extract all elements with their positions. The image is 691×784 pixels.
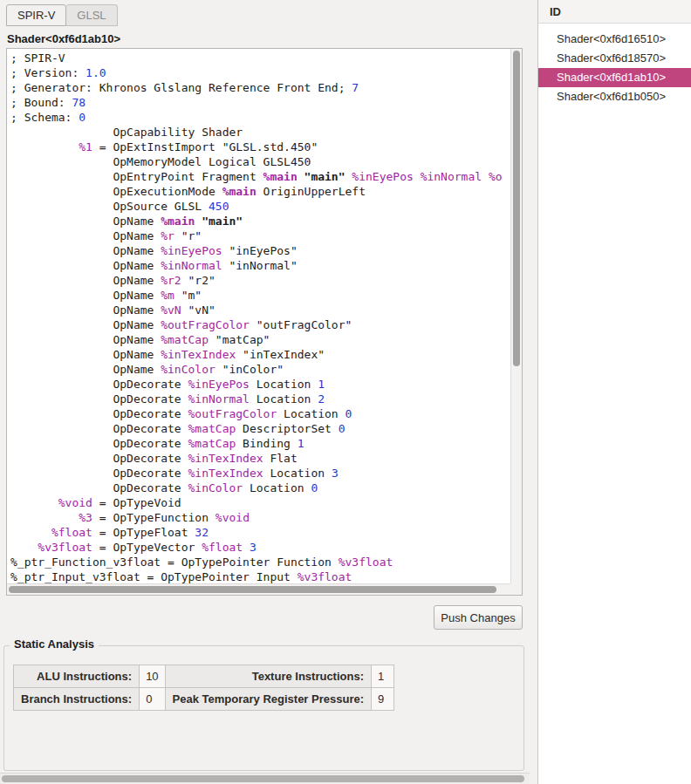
code-editor[interactable]: ; SPIR-V; Version: 1.0; Generator: Khron… (7, 49, 510, 583)
analysis-label: ALU Instructions: (14, 665, 140, 688)
shader-list: Shader<0xf6d16510>Shader<0xf6d18570>Shad… (538, 24, 691, 106)
shader-editor-pane: SPIR-VGLSL Shader<0xf6d1ab10> ; SPIR-V; … (0, 0, 530, 784)
code-line: %float = OpTypeFloat 32 (10, 525, 507, 540)
code-frame: ; SPIR-V; Version: 1.0; Generator: Khron… (6, 48, 523, 596)
pane-horizontal-scrollbar-thumb[interactable] (2, 775, 524, 782)
code-line: %1 = OpExtInstImport "GLSL.std.450" (10, 140, 507, 154)
code-line: OpName %m "m" (10, 288, 507, 303)
code-line: %_ptr_Input_v3float = OpTypePointer Inpu… (10, 569, 507, 583)
app-window: SPIR-VGLSL Shader<0xf6d1ab10> ; SPIR-V; … (0, 0, 691, 784)
code-line: OpDecorate %inTexIndex Location 3 (10, 466, 507, 481)
code-line: ; SPIR-V (10, 51, 507, 65)
push-changes-button[interactable]: Push Changes (434, 605, 523, 630)
code-line: %3 = OpTypeFunction %void (10, 510, 507, 525)
analysis-label: Peak Temporary Register Pressure: (165, 688, 371, 711)
code-line: OpName %matCap "matCap" (10, 332, 507, 347)
code-line: %v3float = OpTypeVector %float 3 (10, 540, 507, 555)
code-line: OpDecorate %matCap Binding 1 (10, 436, 507, 451)
analysis-row: ALU Instructions:10Texture Instructions:… (14, 665, 394, 688)
code-line: ; Bound: 78 (10, 95, 507, 110)
code-line: OpName %r2 "r2" (10, 273, 507, 288)
horizontal-scrollbar[interactable] (7, 583, 510, 595)
analysis-label: Branch Instructions: (14, 688, 140, 711)
analysis-row: Branch Instructions:0Peak Temporary Regi… (14, 688, 394, 711)
vertical-scrollbar-thumb[interactable] (513, 51, 520, 366)
list-item[interactable]: Shader<0xf6d1ab10> (538, 68, 691, 87)
code-line: OpName %r "r" (10, 228, 507, 243)
analysis-table-body: ALU Instructions:10Texture Instructions:… (14, 665, 394, 711)
code-line: OpName %outFragColor "outFragColor" (10, 317, 507, 332)
code-line: ; Schema: 0 (10, 110, 507, 125)
code-line: OpMemoryModel Logical GLSL450 (10, 154, 507, 169)
code-line: OpSource GLSL 450 (10, 199, 507, 214)
scrollbar-corner (510, 583, 522, 595)
code-line: OpDecorate %inNormal Location 2 (10, 392, 507, 406)
code-line: OpEntryPoint Fragment %main "main" %inEy… (10, 169, 507, 184)
pane-horizontal-scrollbar[interactable] (0, 773, 530, 784)
tab-glsl[interactable]: GLSL (66, 4, 117, 26)
code-line: OpDecorate %inColor Location 0 (10, 481, 507, 495)
list-item[interactable]: Shader<0xf6d18570> (538, 49, 691, 68)
code-line: OpDecorate %inEyePos Location 1 (10, 377, 507, 392)
code-line: OpExecutionMode %main OriginUpperLeft (10, 184, 507, 199)
shader-title: Shader<0xf6d1ab10> (7, 32, 120, 45)
analysis-value: 10 (140, 665, 165, 688)
code-line: ; Version: 1.0 (10, 65, 507, 80)
code-line: ; Generator: Khronos Glslang Reference F… (10, 80, 507, 95)
code-line: OpName %vN "vN" (10, 303, 507, 317)
code-line: OpCapability Shader (10, 125, 507, 140)
code-line: %_ptr_Function_v3float = OpTypePointer F… (10, 555, 507, 569)
tab-spir-v[interactable]: SPIR-V (6, 4, 66, 26)
code-line: OpName %inEyePos "inEyePos" (10, 243, 507, 258)
horizontal-scrollbar-thumb[interactable] (9, 586, 496, 593)
code-line: OpDecorate %outFragColor Location 0 (10, 406, 507, 421)
code-line: OpName %inTexIndex "inTexIndex" (10, 347, 507, 362)
tab-bar: SPIR-VGLSL (6, 4, 118, 26)
code-line: %void = OpTypeVoid (10, 495, 507, 510)
code-line: OpDecorate %inTexIndex Flat (10, 451, 507, 466)
static-analysis-frame: Static Analysis ALU Instructions:10Textu… (3, 645, 524, 771)
list-item[interactable]: Shader<0xf6d1b050> (538, 87, 691, 106)
code-line: OpName %inNormal "inNormal" (10, 258, 507, 273)
code-line: OpName %inColor "inColor" (10, 362, 507, 377)
list-item[interactable]: Shader<0xf6d16510> (538, 30, 691, 49)
analysis-value: 1 (372, 665, 394, 688)
static-analysis-title: Static Analysis (10, 637, 99, 651)
analysis-label: Texture Instructions: (165, 665, 371, 688)
vertical-scrollbar[interactable] (510, 49, 522, 583)
code-line: OpName %main "main" (10, 214, 507, 228)
analysis-value: 9 (372, 688, 394, 711)
code-line: OpDecorate %matCap DescriptorSet 0 (10, 421, 507, 436)
analysis-table: ALU Instructions:10Texture Instructions:… (13, 665, 394, 711)
shader-id-panel: ID Shader<0xf6d16510>Shader<0xf6d18570>S… (537, 0, 691, 784)
id-column-header[interactable]: ID (538, 0, 691, 24)
analysis-value: 0 (140, 688, 165, 711)
